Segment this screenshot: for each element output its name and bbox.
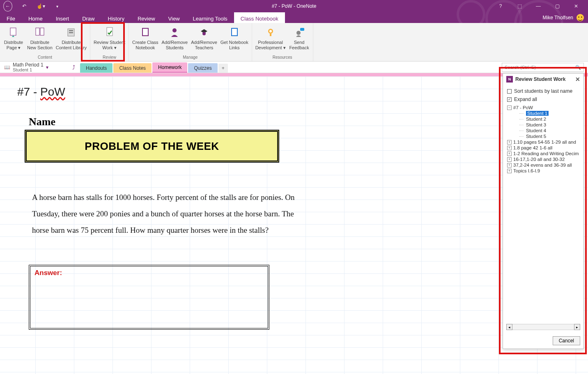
tree-student-2[interactable]: Student 2 bbox=[519, 116, 579, 122]
tree-student-5[interactable]: Student 5 bbox=[519, 133, 579, 139]
ribbon-dist-page[interactable]: Distribute Page ▾ bbox=[2, 24, 25, 50]
tree-expander-icon[interactable]: − bbox=[507, 106, 512, 110]
search-icon: 🔍 bbox=[575, 65, 581, 70]
tree-page-3[interactable]: +16-17,1-20 all and 30-32 bbox=[507, 156, 579, 162]
chevron-down-icon: ▾ bbox=[46, 64, 48, 70]
tree-expander-icon[interactable]: + bbox=[507, 140, 512, 145]
dist-section-icon bbox=[33, 25, 46, 39]
close-button[interactable]: ✕ bbox=[569, 2, 583, 10]
ribbon-review-work[interactable]: Review Student Work ▾ bbox=[92, 24, 127, 50]
panel-horizontal-scrollbar[interactable]: ◂ ▸ bbox=[506, 324, 580, 330]
notebook-picker[interactable]: 📖 Math Period 1 Student 1 ▾ bbox=[0, 62, 70, 73]
section-nav-bar: 📖 Math Period 1 Student 1 ▾ ⤴ HandoutsCl… bbox=[0, 62, 588, 73]
feedback-emoji-icon[interactable] bbox=[577, 14, 584, 21]
answer-box[interactable]: Answer: bbox=[29, 265, 269, 330]
active-section-strip bbox=[0, 73, 588, 76]
svg-rect-12 bbox=[232, 29, 237, 35]
review-work-icon bbox=[103, 25, 116, 39]
window-title: #7 - PoW - OneNote bbox=[272, 3, 317, 9]
create-nb-icon bbox=[139, 25, 152, 39]
tree-student-3[interactable]: Student 3 bbox=[519, 122, 579, 128]
tree-expander-icon[interactable]: + bbox=[507, 151, 512, 156]
svg-point-14 bbox=[269, 30, 272, 32]
pin-icon[interactable]: ⤴ bbox=[70, 64, 78, 71]
svg-rect-4 bbox=[69, 30, 73, 31]
section-tab-homework[interactable]: Homework bbox=[152, 62, 187, 73]
title-bar: ← ↶ ☝▾ ▾ #7 - PoW - OneNote ? ⬚ — ▢ ✕ bbox=[0, 0, 588, 12]
section-tab-quizzes[interactable]: Quizzes bbox=[188, 63, 217, 73]
tree-page-expanded[interactable]: −#7 - PoW bbox=[507, 105, 579, 110]
qat-customize[interactable]: ▾ bbox=[53, 2, 62, 11]
panel-close-button[interactable]: ✕ bbox=[575, 76, 580, 83]
tree-page-1[interactable]: +1.8 page 42 1-6 all bbox=[507, 145, 579, 151]
ribbon-get-links[interactable]: Get Notebook Links bbox=[219, 24, 250, 50]
add-section-button[interactable]: + bbox=[218, 64, 228, 73]
svg-rect-8 bbox=[143, 29, 148, 35]
notebook-student: Student 1 bbox=[13, 67, 44, 72]
menu-tab-history[interactable]: History bbox=[101, 12, 131, 23]
scroll-left-icon[interactable]: ◂ bbox=[506, 324, 512, 330]
answer-label: Answer: bbox=[34, 269, 62, 277]
sort-by-lastname-checkbox[interactable]: Sort students by last name bbox=[507, 88, 579, 94]
tree-expander-icon[interactable]: + bbox=[507, 146, 512, 150]
menu-tab-draw[interactable]: Draw bbox=[76, 12, 101, 23]
onenote-icon: N bbox=[506, 76, 513, 83]
page-title[interactable]: #7 - PoW bbox=[17, 85, 65, 99]
svg-rect-2 bbox=[40, 28, 44, 35]
name-label: Name bbox=[29, 116, 55, 128]
menu-tab-file[interactable]: File bbox=[0, 12, 22, 23]
section-tab-class-notes[interactable]: Class Notes bbox=[113, 63, 152, 73]
svg-rect-1 bbox=[36, 28, 39, 35]
search-input[interactable]: Search (Ctrl+E) 🔍 bbox=[502, 63, 584, 72]
tree-expander-icon[interactable]: + bbox=[507, 157, 512, 162]
svg-point-16 bbox=[296, 31, 301, 35]
svg-point-10 bbox=[202, 32, 206, 35]
notebook-name: Math Period 1 bbox=[13, 62, 44, 67]
svg-rect-5 bbox=[69, 32, 73, 33]
touch-mode-button[interactable]: ☝▾ bbox=[36, 2, 45, 11]
ribbon-add-stu[interactable]: Add/Remove Students bbox=[160, 24, 190, 50]
tree-student-1[interactable]: Student 1 bbox=[519, 110, 579, 116]
back-button[interactable]: ← bbox=[3, 2, 12, 11]
scroll-right-icon[interactable]: ▸ bbox=[574, 324, 580, 330]
prof-dev-icon bbox=[264, 25, 277, 39]
page-canvas[interactable]: #7 - PoW Name PROBLEM OF THE WEEK A hors… bbox=[0, 76, 588, 374]
tree-page-5[interactable]: +Topics I.6-I.9 bbox=[507, 168, 579, 174]
tree-page-2[interactable]: +1-2 Reading and Writing Decim bbox=[507, 151, 579, 156]
add-tch-icon bbox=[198, 25, 211, 39]
problem-text[interactable]: A horse barn has stalls for 1000 horses.… bbox=[32, 189, 299, 239]
search-placeholder: Search (Ctrl+E) bbox=[505, 65, 575, 70]
ribbon-prof-dev[interactable]: Professional Development ▾ bbox=[254, 24, 287, 50]
section-tab-handouts[interactable]: Handouts bbox=[80, 63, 113, 73]
svg-point-9 bbox=[172, 28, 177, 32]
tree-page-0[interactable]: +1.10 pages 54-55 1-29 all and bbox=[507, 139, 579, 145]
expand-all-checkbox[interactable]: ✓Expand all bbox=[507, 96, 579, 102]
add-stu-icon bbox=[168, 25, 181, 39]
svg-rect-17 bbox=[300, 28, 304, 31]
menu-tab-review[interactable]: Review bbox=[131, 12, 162, 23]
get-links-icon bbox=[228, 25, 241, 39]
ribbon-dist-lib[interactable]: Distribute Content Library bbox=[54, 24, 88, 50]
ribbon-send-fb[interactable]: Send Feedback bbox=[287, 24, 311, 50]
menu-tab-class-notebook[interactable]: Class Notebook bbox=[234, 12, 285, 23]
dist-page-icon bbox=[7, 25, 20, 39]
tree-student-4[interactable]: Student 4 bbox=[519, 128, 579, 133]
menu-tab-learning-tools[interactable]: Learning Tools bbox=[186, 12, 234, 23]
tree-expander-icon[interactable]: + bbox=[507, 163, 512, 167]
ribbon-dist-section[interactable]: Distribute New Section bbox=[25, 24, 54, 50]
ribbon-create-nb[interactable]: Create Class Notebook bbox=[131, 24, 160, 50]
undo-button[interactable]: ↶ bbox=[20, 2, 29, 11]
menu-tab-insert[interactable]: Insert bbox=[49, 12, 76, 23]
cancel-button[interactable]: Cancel bbox=[553, 336, 580, 345]
menu-tab-home[interactable]: Home bbox=[22, 12, 49, 23]
tree-page-4[interactable]: +37,2-24 evens and 36-39 all bbox=[507, 162, 579, 168]
problem-heading-box: PROBLEM OF THE WEEK bbox=[25, 130, 279, 163]
tree-expander-icon[interactable]: + bbox=[507, 169, 512, 173]
dist-lib-icon bbox=[64, 25, 78, 39]
menu-tab-view[interactable]: View bbox=[162, 12, 186, 23]
ribbon-add-tch[interactable]: Add/Remove Teachers bbox=[189, 24, 219, 50]
review-student-work-panel: N Review Student Work ✕ Sort students by… bbox=[503, 73, 584, 349]
send-fb-icon bbox=[293, 25, 306, 39]
svg-rect-15 bbox=[270, 34, 271, 36]
notebook-icon: 📖 bbox=[4, 64, 10, 70]
